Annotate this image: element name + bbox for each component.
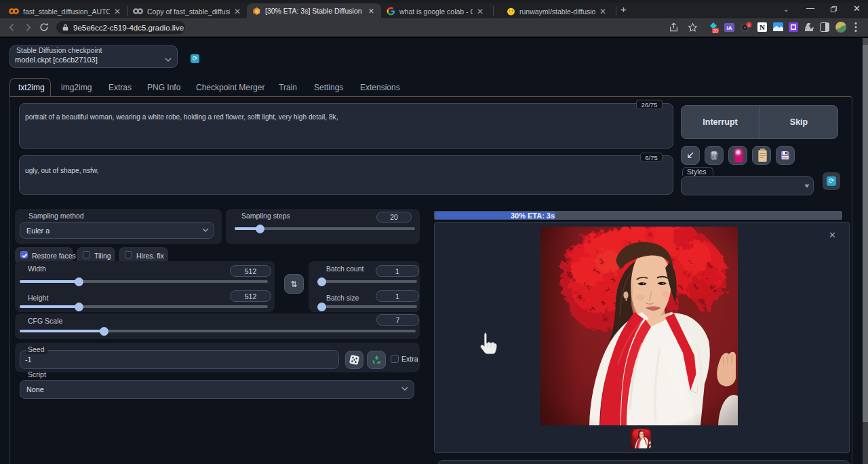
svg-text:20: 20 [713,28,718,33]
svg-text:1: 1 [748,23,750,27]
svg-text:N: N [760,23,765,31]
svg-text:IA: IA [727,25,732,31]
